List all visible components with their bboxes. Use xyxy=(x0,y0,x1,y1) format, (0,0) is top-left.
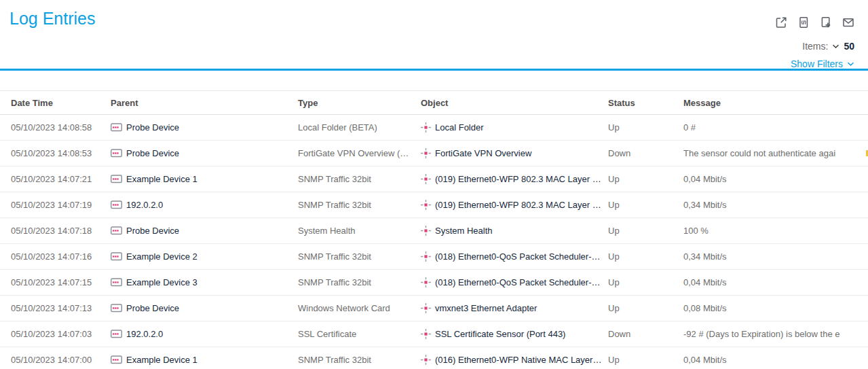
log-datetime: 05/10/2023 14:07:18 xyxy=(11,226,111,236)
table-row: 05/10/2023 14:07:16 Example Device 2 SNM… xyxy=(0,244,868,270)
log-object-link[interactable]: (016) Ethernet0-WFP Native MAC Layer… xyxy=(421,355,608,365)
log-object-link[interactable]: Local Folder xyxy=(421,122,608,133)
log-message: The sensor could not authenticate agai xyxy=(683,148,868,158)
log-status: Down xyxy=(608,148,683,158)
parent-name: Example Device 2 xyxy=(126,251,197,262)
message-text: 0 # xyxy=(683,122,696,133)
object-name: (016) Ethernet0-WFP Native MAC Layer… xyxy=(435,355,601,365)
log-object-link[interactable]: FortiGate VPN Overview xyxy=(421,148,608,158)
log-parent-link[interactable]: Probe Device xyxy=(111,226,298,236)
log-datetime: 05/10/2023 14:07:15 xyxy=(11,277,111,287)
parent-name: Example Device 1 xyxy=(126,355,197,365)
log-parent-link[interactable]: Example Device 3 xyxy=(111,277,298,287)
parent-name: Probe Device xyxy=(126,226,179,236)
sensor-icon xyxy=(421,277,431,287)
log-object-link[interactable]: System Health xyxy=(421,226,608,236)
sensor-icon xyxy=(421,174,431,184)
items-count-value: 50 xyxy=(844,41,854,52)
table-row: 05/10/2023 14:07:00 Example Device 1 SNM… xyxy=(0,347,868,369)
device-icon xyxy=(111,355,122,364)
log-datetime: 05/10/2023 14:08:58 xyxy=(11,122,111,133)
log-object-link[interactable]: (019) Ethernet0-WFP 802.3 MAC Layer … xyxy=(421,200,608,210)
chevron-down-icon xyxy=(847,62,854,67)
log-datetime: 05/10/2023 14:07:19 xyxy=(11,200,111,210)
log-object-link[interactable]: (018) Ethernet0-QoS Packet Scheduler-… xyxy=(421,277,608,287)
parent-name: 192.0.2.0 xyxy=(126,329,163,339)
page-title: Log Entries xyxy=(10,9,95,29)
column-header-object[interactable]: Object xyxy=(421,98,608,108)
log-parent-link[interactable]: 192.0.2.0 xyxy=(111,329,298,339)
open-in-new-window-icon[interactable] xyxy=(774,16,788,29)
show-filters-link[interactable]: Show Filters xyxy=(791,58,854,69)
log-object-link[interactable]: vmxnet3 Ethernet Adapter xyxy=(421,303,608,313)
log-object-link[interactable]: (019) Ethernet0-WFP 802.3 MAC Layer … xyxy=(421,174,608,184)
log-entries-table: Date Time Parent Type Object Status Mess… xyxy=(0,90,868,369)
log-status: Up xyxy=(608,200,683,210)
log-datetime: 05/10/2023 14:07:13 xyxy=(11,303,111,313)
table-row: 05/10/2023 14:07:19 192.0.2.0 SNMP Traff… xyxy=(0,192,868,218)
table-row: 05/10/2023 14:08:53 Probe Device FortiGa… xyxy=(0,141,868,166)
log-parent-link[interactable]: Probe Device xyxy=(111,122,298,133)
log-type: Local Folder (BETA) xyxy=(298,122,421,133)
message-text: 0,04 Mbit/s xyxy=(683,355,727,365)
log-parent-link[interactable]: Example Device 1 xyxy=(111,174,298,184)
object-name: Local Folder xyxy=(435,122,484,133)
column-header-datetime[interactable]: Date Time xyxy=(11,98,111,108)
object-name: System Health xyxy=(435,226,493,236)
log-type: SNMP Traffic 32bit xyxy=(298,277,421,287)
log-parent-link[interactable]: Probe Device xyxy=(111,148,298,158)
log-type: System Health xyxy=(298,226,421,236)
object-name: (018) Ethernet0-QoS Packet Scheduler-… xyxy=(435,251,601,262)
message-text: -92 # (Days to Expiration) is below the … xyxy=(683,329,840,339)
device-icon xyxy=(111,304,122,313)
table-row: 05/10/2023 14:07:18 Probe Device System … xyxy=(0,218,868,244)
log-type: SNMP Traffic 32bit xyxy=(298,251,421,262)
table-row: 05/10/2023 14:07:13 Probe Device Windows… xyxy=(0,296,868,321)
log-status: Up xyxy=(608,355,683,365)
parent-name: Example Device 1 xyxy=(126,174,197,184)
log-parent-link[interactable]: Probe Device xyxy=(111,303,298,313)
log-message: 0,08 Mbit/s xyxy=(683,303,868,313)
table-row: 05/10/2023 14:07:21 Example Device 1 SNM… xyxy=(0,166,868,192)
message-text: 0,34 Mbit/s xyxy=(683,251,727,262)
toolbar xyxy=(774,16,855,29)
log-message: 0,04 Mbit/s xyxy=(683,355,868,365)
parent-name: Probe Device xyxy=(126,303,179,313)
log-object-link[interactable]: SSL Certificate Sensor (Port 443) xyxy=(421,329,608,339)
parent-name: Probe Device xyxy=(126,122,179,133)
log-type: SSL Certificate xyxy=(298,329,421,339)
message-text: 0,08 Mbit/s xyxy=(683,303,727,313)
log-datetime: 05/10/2023 14:07:00 xyxy=(11,355,111,365)
device-icon xyxy=(111,226,122,235)
device-icon xyxy=(111,175,122,183)
table-header-row: Date Time Parent Type Object Status Mess… xyxy=(0,90,868,115)
create-report-icon[interactable] xyxy=(819,16,833,29)
log-parent-link[interactable]: 192.0.2.0 xyxy=(111,200,298,210)
object-name: (019) Ethernet0-WFP 802.3 MAC Layer … xyxy=(435,174,601,184)
sensor-icon xyxy=(421,329,431,339)
object-name: (018) Ethernet0-QoS Packet Scheduler-… xyxy=(435,277,601,287)
xml-api-document-icon[interactable] xyxy=(797,16,810,29)
log-message: -92 # (Days to Expiration) is below the … xyxy=(683,329,868,339)
items-count-dropdown[interactable]: Items: 50 xyxy=(802,41,854,52)
log-type: SNMP Traffic 32bit xyxy=(298,355,421,365)
log-object-link[interactable]: (018) Ethernet0-QoS Packet Scheduler-… xyxy=(421,251,608,262)
log-message: 0,34 Mbit/s xyxy=(683,251,868,262)
parent-name: Probe Device xyxy=(126,148,179,158)
column-header-parent[interactable]: Parent xyxy=(111,98,298,108)
column-header-type[interactable]: Type xyxy=(298,98,421,108)
sensor-icon xyxy=(421,200,431,210)
sensor-icon xyxy=(421,148,431,158)
log-parent-link[interactable]: Example Device 2 xyxy=(111,251,298,262)
log-type: Windows Network Card xyxy=(298,303,421,313)
show-filters-label: Show Filters xyxy=(791,58,843,69)
parent-name: Example Device 3 xyxy=(126,277,197,287)
log-message: 100 % xyxy=(683,226,868,236)
device-icon xyxy=(111,200,122,209)
log-type: SNMP Traffic 32bit xyxy=(298,200,421,210)
log-datetime: 05/10/2023 14:07:16 xyxy=(11,251,111,262)
log-parent-link[interactable]: Example Device 1 xyxy=(111,355,298,365)
email-icon[interactable] xyxy=(842,16,855,29)
column-header-message[interactable]: Message xyxy=(683,98,868,108)
column-header-status[interactable]: Status xyxy=(608,98,683,108)
